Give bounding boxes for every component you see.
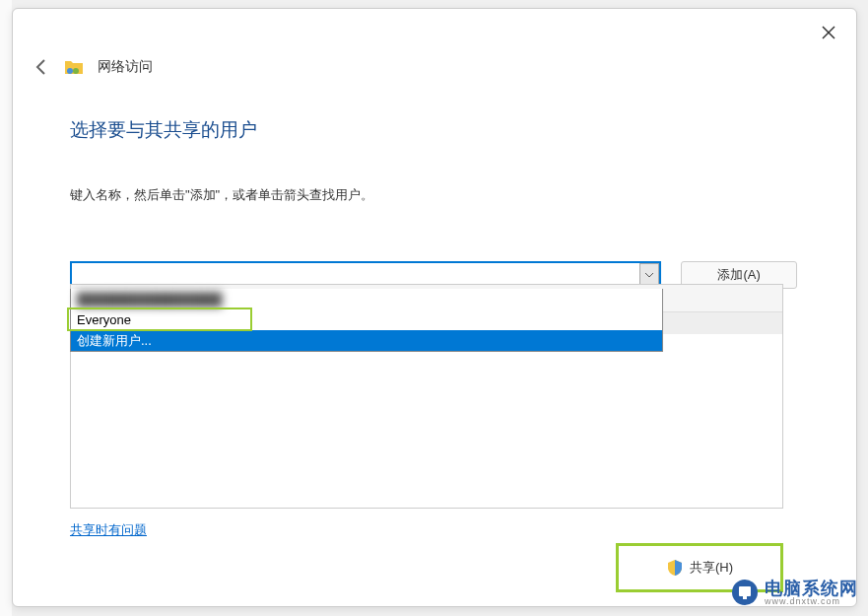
shield-icon — [666, 559, 684, 577]
dialog-header: 网络访问 — [33, 58, 153, 76]
svg-rect-6 — [743, 596, 747, 599]
chevron-down-icon — [644, 272, 654, 278]
dropdown-item-everyone[interactable]: Everyone — [71, 309, 662, 330]
close-button[interactable] — [817, 21, 840, 44]
svg-point-2 — [67, 68, 73, 74]
dialog-title: 网络访问 — [98, 58, 153, 76]
user-dropdown-list: ████████████████ Everyone 创建新用户... — [70, 289, 663, 352]
back-arrow-icon — [33, 58, 50, 76]
help-link[interactable]: 共享时有问题 — [70, 521, 147, 539]
dropdown-item-label: Everyone — [77, 312, 131, 327]
close-icon — [822, 26, 835, 39]
svg-point-3 — [73, 68, 79, 74]
watermark-text: 电脑系统网 — [765, 580, 858, 597]
watermark-logo-icon — [731, 579, 759, 606]
share-button-label[interactable]: 共享(H) — [690, 559, 733, 577]
main-heading: 选择要与其共享的用户 — [70, 117, 797, 143]
dropdown-item-user[interactable]: ████████████████ — [71, 289, 662, 309]
instruction-text: 键入名称，然后单击"添加"，或者单击箭头查找用户。 — [70, 186, 797, 204]
svg-rect-5 — [739, 586, 751, 596]
background-edge — [0, 0, 12, 616]
dialog-content: 选择要与其共享的用户 键入名称，然后单击"添加"，或者单击箭头查找用户。 ███… — [70, 117, 797, 289]
watermark: 电脑系统网 www.dnxtw.com — [731, 579, 858, 606]
network-folder-icon — [64, 58, 84, 76]
watermark-url: www.dnxtw.com — [765, 597, 858, 606]
back-button[interactable] — [33, 58, 50, 76]
network-sharing-dialog: 网络访问 选择要与其共享的用户 键入名称，然后单击"添加"，或者单击箭头查找用户… — [12, 8, 857, 607]
dropdown-item-create-user[interactable]: 创建新用户... — [71, 330, 662, 351]
